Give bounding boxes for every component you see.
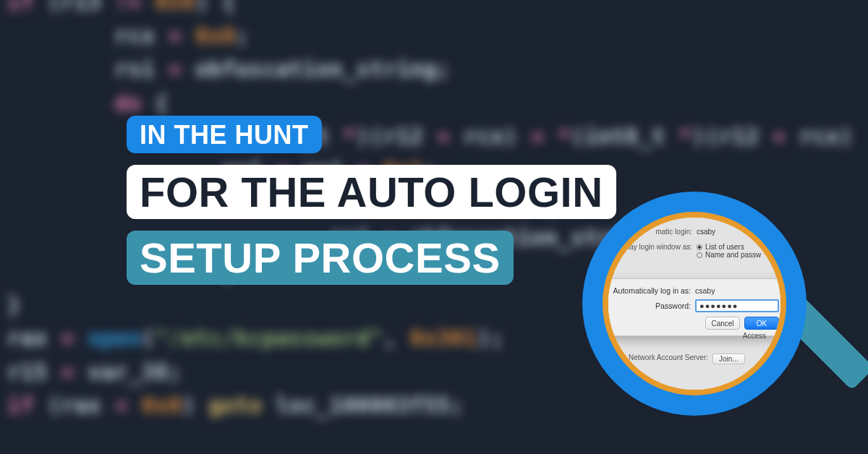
radio-list-of-users[interactable]: List of users <box>697 243 761 251</box>
title-line-2: FOR THE AUTO LOGIN <box>127 165 616 219</box>
display-login-label: Display login window as: <box>613 243 692 251</box>
network-server-label: Network Account Server: <box>613 354 708 361</box>
sheet-user-value: csaby <box>695 286 715 295</box>
ok-button[interactable]: OK <box>744 317 779 330</box>
cancel-button[interactable]: Cancel <box>705 317 740 330</box>
title-line-3: SETUP PROCESS <box>127 231 514 285</box>
auto-login-label: matic login: <box>613 228 692 236</box>
magnifier-icon: matic login: csaby Display login window … <box>582 192 807 416</box>
magnified-dialog: matic login: csaby Display login window … <box>608 218 780 390</box>
join-button[interactable]: Join... <box>712 354 745 364</box>
password-label: Password: <box>610 301 691 310</box>
title-line-1: IN THE HUNT <box>127 116 322 153</box>
hero-title-block: IN THE HUNT FOR THE AUTO LOGIN SETUP PRO… <box>127 116 616 285</box>
accessibility-link[interactable]: Access <box>743 332 766 340</box>
radio-name-and-password[interactable]: Name and passw <box>697 251 761 259</box>
auto-login-sheet: Automatically log in as: csaby Password:… <box>608 278 780 336</box>
password-field[interactable]: ●●●●●●● <box>695 299 779 312</box>
auto-login-value: csaby <box>697 228 715 236</box>
sheet-user-label: Automatically log in as: <box>610 286 691 295</box>
